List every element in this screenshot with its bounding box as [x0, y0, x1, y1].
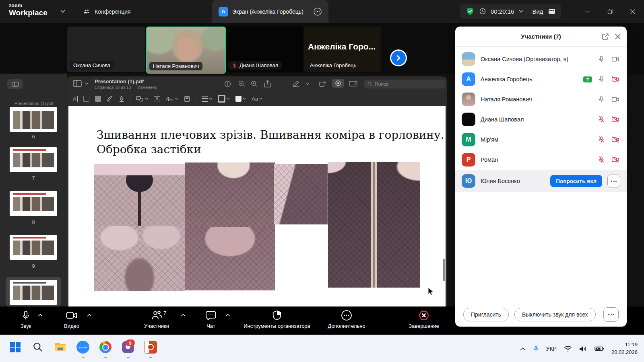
next-videos-arrow-button[interactable]	[390, 49, 407, 66]
page-thumbnail-6[interactable]	[10, 107, 57, 132]
sketch-pen-tool[interactable]	[107, 96, 113, 102]
mic-on-icon[interactable]	[598, 75, 605, 83]
shapes-menu[interactable]	[136, 96, 148, 102]
camera-off-icon[interactable]	[611, 136, 620, 144]
tab-options-ellipsis-icon[interactable]	[313, 7, 322, 16]
security-shield-icon[interactable]	[466, 7, 475, 16]
border-color-menu[interactable]	[218, 95, 230, 103]
start-button[interactable]	[6, 339, 24, 355]
highlight-tool-active[interactable]	[332, 79, 344, 88]
timer-chevron-down-icon[interactable]	[519, 10, 523, 13]
workspace-chevron-down-icon[interactable]	[60, 10, 65, 13]
tray-chevron-up-icon[interactable]	[520, 347, 526, 351]
participant-row-oksana[interactable]: Оксана Сичова (Организатор, я)	[455, 49, 627, 69]
signature-tool[interactable]	[166, 96, 178, 101]
invite-button[interactable]: Пригласить	[463, 308, 509, 321]
camera-on-icon[interactable]	[611, 55, 620, 63]
participant-row-diana[interactable]: Диана Шаповал	[455, 109, 627, 130]
ask-to-unmute-button[interactable]: Попросить вкл	[550, 175, 602, 187]
line-style-menu[interactable]	[202, 96, 212, 102]
tab-meeting[interactable]: Конференция	[83, 0, 131, 23]
redact-tool[interactable]	[95, 96, 101, 102]
page-thumbnail-10-selected[interactable]	[6, 277, 61, 306]
text-selection-tool[interactable]: A	[73, 96, 78, 102]
camera-off-icon[interactable]	[611, 156, 620, 164]
video-tile-anzhelika-camera-off[interactable]: Анжеліка Горо... Анжеліка Горобець	[304, 27, 381, 72]
view-button-label[interactable]: Вид	[532, 8, 543, 15]
taskbar-chrome-app[interactable]	[97, 339, 114, 355]
participant-row-miriam[interactable]: M Мір'ям	[455, 130, 627, 150]
camera-off-icon[interactable]	[611, 75, 620, 83]
page-thumbnail-7[interactable]	[10, 147, 57, 172]
fill-color-menu[interactable]	[235, 96, 246, 102]
audio-options-chevron-icon[interactable]	[38, 314, 43, 317]
rect-select-tool[interactable]	[83, 96, 89, 102]
volume-icon[interactable]	[579, 346, 587, 352]
form-fill-icon[interactable]	[349, 81, 357, 86]
language-indicator[interactable]: УКР	[546, 346, 557, 352]
taskbar-zoom-app[interactable]: zoom	[74, 339, 92, 355]
note-tool[interactable]	[184, 96, 190, 102]
markup-pencil-icon[interactable]	[293, 81, 300, 87]
view-menu-chevron-icon[interactable]	[85, 82, 89, 85]
view-grid-icon[interactable]	[548, 8, 555, 15]
mic-on-icon[interactable]	[598, 95, 605, 103]
chat-options-chevron-icon[interactable]	[225, 314, 230, 317]
battery-charging-icon[interactable]	[594, 346, 604, 352]
more-button[interactable]: Дополнительно	[318, 309, 375, 329]
participant-row-natalia[interactable]: Наталя Романович	[455, 89, 627, 109]
close-panel-icon[interactable]	[615, 33, 621, 40]
window-close-button[interactable]	[621, 0, 644, 23]
mute-all-button[interactable]: Выключить звук для всех	[514, 308, 596, 321]
popout-icon[interactable]	[602, 33, 609, 40]
participant-row-roman[interactable]: Р Роман	[455, 150, 627, 170]
participants-options-chevron-icon[interactable]	[181, 314, 186, 317]
mic-off-icon[interactable]	[598, 156, 605, 164]
pdf-page-canvas[interactable]: Зшивання плечових зрізів. Вшивання комір…	[68, 106, 446, 306]
text-box-tool[interactable]: A	[154, 96, 161, 101]
taskbar-viber-app[interactable]: 9	[119, 339, 137, 355]
video-tile-natalia-active-speaker[interactable]: Наталя Романович	[146, 27, 226, 74]
rotate-icon[interactable]	[319, 80, 326, 87]
zoom-out-icon[interactable]	[238, 80, 245, 87]
sidebar-toggle-button[interactable]	[7, 79, 23, 89]
share-export-icon[interactable]	[264, 80, 271, 88]
end-meeting-button[interactable]: Завершение	[400, 309, 448, 329]
taskbar-powerpoint-app[interactable]	[142, 339, 159, 355]
zoom-in-icon[interactable]	[251, 80, 258, 87]
page-thumbnail-9[interactable]	[10, 235, 57, 260]
video-options-chevron-icon[interactable]	[87, 314, 92, 317]
chat-button[interactable]: Чат	[195, 309, 227, 329]
wifi-icon[interactable]	[564, 346, 572, 352]
mic-on-icon[interactable]	[598, 55, 605, 63]
page-thumbnail-8[interactable]	[10, 191, 57, 216]
camera-on-icon[interactable]	[611, 95, 620, 103]
window-restore-button[interactable]	[599, 0, 621, 23]
participant-row-yulia-hovered[interactable]: Ю Юлия Босенко Попросить вкл	[455, 170, 627, 192]
taskbar-search-button[interactable]	[29, 339, 47, 355]
file-explorer-button[interactable]	[52, 339, 69, 355]
window-minimize-button[interactable]	[576, 0, 599, 23]
video-tile-diana-camera-off[interactable]: Диана Шаповал	[226, 27, 303, 72]
audio-button[interactable]: Звук	[10, 309, 42, 329]
pdf-scrollbar-thumb[interactable]	[443, 259, 445, 281]
camera-off-icon[interactable]	[611, 115, 620, 123]
tray-mic-in-use-icon[interactable]	[533, 345, 539, 353]
video-tile-oksana[interactable]: Оксана Сичова	[67, 27, 145, 72]
fountain-pen-tool[interactable]	[119, 96, 124, 102]
view-menu-icon[interactable]	[73, 80, 83, 88]
footer-more-button[interactable]	[603, 307, 619, 322]
participant-more-button[interactable]	[607, 175, 620, 187]
mic-off-icon[interactable]	[598, 115, 605, 123]
text-style-menu[interactable]: Aa	[252, 96, 262, 102]
taskbar-clock[interactable]: 11:19 20.02.2026	[611, 341, 638, 356]
markup-chevron-icon[interactable]	[305, 83, 309, 85]
info-icon[interactable]	[224, 80, 231, 87]
video-button[interactable]: Видео	[56, 309, 88, 329]
participant-row-anzhelika[interactable]: A Анжеліка Горобець	[455, 69, 627, 89]
participants-button[interactable]: 7 Участники	[132, 309, 181, 329]
mic-off-icon[interactable]	[598, 136, 605, 144]
pdf-search-field[interactable]: Поиск	[364, 80, 446, 88]
host-tools-button[interactable]: Инструменты организатора	[233, 309, 321, 329]
tab-screen-share[interactable]: A Экран (Анжеліка Горобець)	[212, 0, 328, 23]
